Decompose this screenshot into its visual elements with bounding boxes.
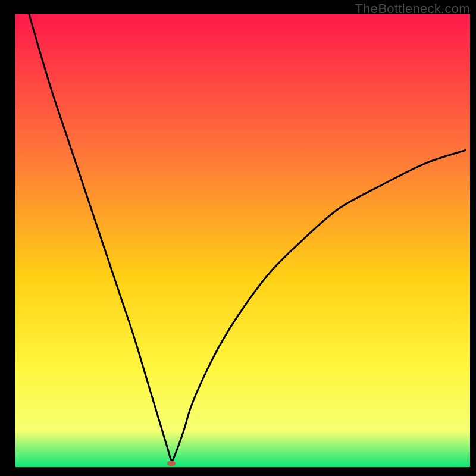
bottleneck-chart <box>0 0 476 476</box>
optimal-point-marker <box>167 461 176 466</box>
plot-background <box>15 14 470 467</box>
chart-container: TheBottleneck.com <box>0 0 476 476</box>
watermark-text: TheBottleneck.com <box>355 1 470 17</box>
